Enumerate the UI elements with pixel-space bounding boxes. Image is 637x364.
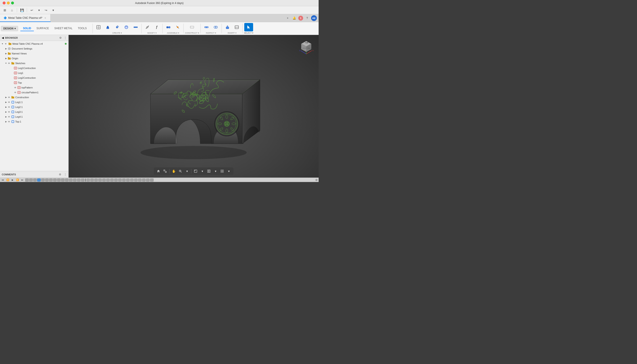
timeline-step-7[interactable] (49, 178, 53, 182)
toppattern-visibility-icon[interactable]: 👁 (14, 86, 17, 89)
construction-visibility-icon[interactable]: 👁 (8, 96, 11, 99)
timeline-step-20[interactable] (102, 178, 106, 182)
leg4-1-arrow[interactable]: ▶ (5, 116, 8, 118)
top-1-visibility-icon[interactable]: 👁 (8, 120, 11, 123)
insert-svg-button[interactable]: SVG (232, 23, 241, 32)
assemble-button[interactable] (164, 23, 173, 32)
timeline-step-19[interactable] (98, 178, 102, 182)
timeline-step-24[interactable] (118, 178, 122, 182)
revolve-button[interactable] (113, 23, 122, 32)
timeline-next-button[interactable]: ⏩ (16, 178, 20, 182)
undo-dropdown[interactable]: ▾ (36, 7, 42, 13)
view-mode-button[interactable] (206, 168, 212, 174)
redo-button[interactable]: ↪ (43, 7, 49, 13)
modify-button[interactable] (143, 23, 152, 32)
comments-settings-icon[interactable]: ⚙ (59, 173, 61, 176)
interference-button[interactable] (211, 23, 220, 32)
timeline-step-26[interactable] (126, 178, 130, 182)
timeline-play-button[interactable]: ▶ (11, 178, 15, 182)
assemble-group-dropdown[interactable]: ▾ (178, 32, 179, 34)
tree-item-leg1contruction[interactable]: ▶ Leg1Contruction (0, 66, 68, 70)
tree-item-leg2-1[interactable]: ▶ 👁 Leg2:1 (0, 104, 68, 110)
tree-item-leg3-1[interactable]: ▶ 👁 Leg3:1 (0, 110, 68, 114)
named-views-arrow[interactable]: ▶ (5, 52, 8, 54)
insert-group-dropdown[interactable]: ▾ (235, 32, 237, 34)
select-group-dropdown[interactable]: ▾ (252, 32, 253, 34)
measure-button[interactable] (202, 23, 211, 32)
leg2-1-visibility-icon[interactable]: 👁 (8, 106, 11, 108)
view-cube[interactable]: Z X Y TOP FRONT RIGHT (297, 38, 315, 56)
select-button[interactable] (244, 23, 253, 32)
sketches-arrow[interactable]: ▼ (5, 62, 8, 64)
modify-group-dropdown[interactable]: ▾ (156, 32, 157, 34)
timeline-step-18[interactable] (94, 178, 98, 182)
save-button[interactable]: 💾 (19, 7, 25, 13)
timeline-step-3[interactable] (33, 178, 37, 182)
tab-tools[interactable]: TOOLS (75, 26, 89, 31)
view-mode-dropdown[interactable]: ▾ (213, 168, 218, 174)
joint-button[interactable] (173, 23, 182, 32)
cp1-visibility-icon[interactable]: 👁 (14, 91, 17, 94)
close-window-button[interactable] (3, 2, 6, 4)
viewport[interactable]: Z X Y TOP FRONT RIGHT (69, 35, 319, 178)
timeline-step-15[interactable] (81, 178, 85, 182)
browser-handle[interactable]: ⋮ (64, 36, 67, 39)
timeline-step-6[interactable] (45, 178, 49, 182)
minimize-window-button[interactable] (7, 2, 10, 4)
inspect-group-dropdown[interactable]: ▾ (215, 32, 216, 34)
leg3-1-arrow[interactable]: ▶ (5, 111, 8, 113)
timeline-end-button[interactable]: ⏭ (20, 178, 24, 182)
top-1-arrow[interactable]: ▶ (5, 120, 8, 123)
leg2-1-arrow[interactable]: ▶ (5, 106, 8, 108)
timeline-step-16[interactable] (86, 178, 90, 182)
leg1-1-visibility-icon[interactable]: 👁 (8, 100, 11, 104)
timeline-step-29[interactable] (138, 178, 142, 182)
leg4-1-visibility-icon[interactable]: 👁 (8, 115, 11, 118)
tree-item-top-1[interactable]: ▶ 👁 Top:1 (0, 119, 68, 124)
doc-settings-arrow[interactable]: ▶ (5, 48, 8, 50)
notifications-icon[interactable]: 🔔 (292, 16, 297, 21)
tree-item-toppattern[interactable]: ▶ 👁 topPattern (0, 85, 68, 90)
tab-close-button[interactable]: × (44, 16, 47, 20)
timeline-step-13[interactable] (73, 178, 77, 182)
timeline-step-4[interactable] (37, 178, 41, 182)
timeline-step-17[interactable] (90, 178, 94, 182)
construction-arrow[interactable]: ▶ (5, 96, 8, 98)
fit-view-button[interactable] (162, 168, 168, 174)
display-dropdown[interactable]: ▾ (199, 168, 205, 174)
comments-handle[interactable]: ⋮ (64, 173, 67, 176)
grid-button[interactable] (219, 168, 225, 174)
root-expand-arrow[interactable]: ▼ (1, 43, 4, 45)
tree-item-leg1-1[interactable]: ▶ 👁 Leg1:1 (0, 100, 68, 104)
browser-collapse-icon[interactable]: ◀ (2, 36, 4, 39)
timeline-step-8[interactable] (53, 178, 57, 182)
create-extrude-button[interactable] (103, 23, 112, 32)
timeline-step-14[interactable] (77, 178, 81, 182)
pattern-button[interactable] (131, 23, 140, 32)
leg1-1-arrow[interactable]: ▶ (5, 101, 8, 103)
home-view-button[interactable] (156, 168, 161, 174)
tree-item-sketches[interactable]: ▼ 👁 Sketches (0, 61, 68, 66)
timeline-step-2[interactable] (29, 178, 33, 182)
timeline-step-9[interactable] (57, 178, 61, 182)
timeline-step-11[interactable] (65, 178, 69, 182)
tree-item-construction[interactable]: ▶ 👁 Construction (0, 95, 68, 100)
fullscreen-window-button[interactable] (11, 2, 14, 4)
timeline-step-27[interactable] (130, 178, 134, 182)
tree-item-top-sketch[interactable]: ▶ Top (0, 80, 68, 85)
construct-button[interactable] (188, 23, 197, 32)
timeline-step-22[interactable] (110, 178, 114, 182)
home-icon[interactable]: ⌂ (9, 7, 15, 13)
help-button[interactable]: ? (304, 16, 310, 21)
apps-grid-icon[interactable]: ⊞ (2, 7, 8, 13)
timeline-start-button[interactable]: ⏮ (1, 178, 5, 182)
tree-root[interactable]: ▼ ▼ Metal Table CNC Plasma v4 (0, 41, 68, 46)
timeline-step-25[interactable] (122, 178, 126, 182)
leg3-1-visibility-icon[interactable]: 👁 (8, 110, 11, 114)
tab-solid[interactable]: SOLID (20, 26, 34, 31)
user-avatar[interactable]: AE (311, 15, 317, 21)
new-tab-button[interactable]: + (285, 16, 290, 21)
create-group-dropdown[interactable]: ▾ (121, 32, 122, 34)
tree-item-circularpattern1[interactable]: ▶ 👁 circularPattern1 (0, 90, 68, 95)
tree-item-leg2contruction[interactable]: ▶ Leg2Contruction (0, 76, 68, 80)
